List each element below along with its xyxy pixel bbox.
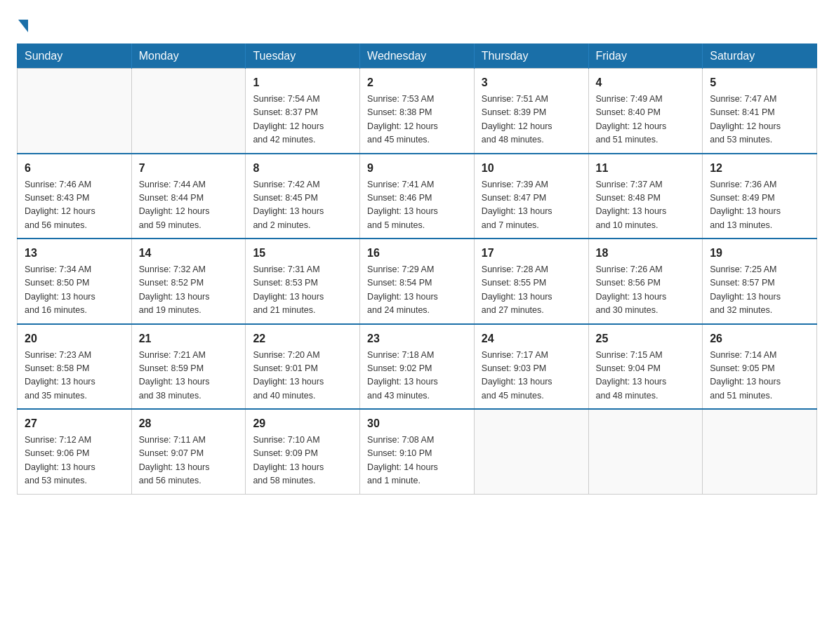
day-number: 8	[253, 160, 352, 177]
day-number: 21	[139, 330, 239, 347]
calendar-cell: 11Sunrise: 7:37 AM Sunset: 8:48 PM Dayli…	[588, 154, 703, 239]
calendar-week-row: 20Sunrise: 7:23 AM Sunset: 8:58 PM Dayli…	[18, 324, 817, 410]
day-info: Sunrise: 7:54 AM Sunset: 8:37 PM Dayligh…	[253, 93, 352, 147]
day-info: Sunrise: 7:34 AM Sunset: 8:50 PM Dayligh…	[25, 263, 124, 318]
calendar-cell	[474, 409, 588, 494]
day-number: 7	[139, 160, 239, 177]
day-number: 5	[710, 74, 809, 91]
day-info: Sunrise: 7:26 AM Sunset: 8:56 PM Dayligh…	[596, 263, 696, 318]
calendar-cell: 18Sunrise: 7:26 AM Sunset: 8:56 PM Dayli…	[588, 239, 703, 324]
day-number: 29	[253, 415, 352, 432]
day-number: 1	[253, 74, 352, 91]
day-number: 3	[482, 74, 581, 91]
day-info: Sunrise: 7:53 AM Sunset: 8:38 PM Dayligh…	[367, 93, 467, 147]
day-number: 22	[253, 330, 352, 347]
day-number: 4	[596, 74, 696, 91]
calendar-cell	[588, 409, 703, 494]
weekday-header-tuesday: Tuesday	[246, 44, 360, 69]
day-info: Sunrise: 7:31 AM Sunset: 8:53 PM Dayligh…	[253, 263, 352, 318]
day-info: Sunrise: 7:28 AM Sunset: 8:55 PM Dayligh…	[482, 263, 581, 318]
day-number: 24	[482, 330, 581, 347]
calendar-cell: 1Sunrise: 7:54 AM Sunset: 8:37 PM Daylig…	[246, 69, 360, 154]
calendar-cell: 12Sunrise: 7:36 AM Sunset: 8:49 PM Dayli…	[703, 154, 817, 239]
weekday-header-friday: Friday	[588, 44, 703, 69]
day-number: 15	[253, 245, 352, 262]
day-number: 25	[596, 330, 696, 347]
day-number: 30	[367, 415, 467, 432]
calendar-cell: 4Sunrise: 7:49 AM Sunset: 8:40 PM Daylig…	[588, 69, 703, 154]
day-info: Sunrise: 7:10 AM Sunset: 9:09 PM Dayligh…	[253, 434, 352, 488]
calendar-cell: 27Sunrise: 7:12 AM Sunset: 9:06 PM Dayli…	[18, 409, 132, 494]
day-info: Sunrise: 7:41 AM Sunset: 8:46 PM Dayligh…	[367, 178, 467, 233]
calendar-week-row: 1Sunrise: 7:54 AM Sunset: 8:37 PM Daylig…	[18, 69, 817, 154]
day-info: Sunrise: 7:49 AM Sunset: 8:40 PM Dayligh…	[596, 93, 696, 147]
calendar-cell: 6Sunrise: 7:46 AM Sunset: 8:43 PM Daylig…	[18, 154, 132, 239]
day-info: Sunrise: 7:29 AM Sunset: 8:54 PM Dayligh…	[367, 263, 467, 318]
calendar-cell: 8Sunrise: 7:42 AM Sunset: 8:45 PM Daylig…	[246, 154, 360, 239]
calendar-cell: 26Sunrise: 7:14 AM Sunset: 9:05 PM Dayli…	[703, 324, 817, 410]
day-number: 17	[482, 245, 581, 262]
page-header	[17, 17, 817, 32]
calendar-cell: 13Sunrise: 7:34 AM Sunset: 8:50 PM Dayli…	[18, 239, 132, 324]
day-info: Sunrise: 7:51 AM Sunset: 8:39 PM Dayligh…	[482, 93, 581, 147]
weekday-header-saturday: Saturday	[703, 44, 817, 69]
day-number: 14	[139, 245, 239, 262]
calendar-table: SundayMondayTuesdayWednesdayThursdayFrid…	[17, 43, 817, 495]
day-info: Sunrise: 7:36 AM Sunset: 8:49 PM Dayligh…	[710, 178, 809, 233]
day-info: Sunrise: 7:11 AM Sunset: 9:07 PM Dayligh…	[139, 434, 239, 488]
weekday-header-sunday: Sunday	[18, 44, 132, 69]
day-info: Sunrise: 7:32 AM Sunset: 8:52 PM Dayligh…	[139, 263, 239, 318]
day-info: Sunrise: 7:08 AM Sunset: 9:10 PM Dayligh…	[367, 434, 467, 488]
calendar-cell: 14Sunrise: 7:32 AM Sunset: 8:52 PM Dayli…	[131, 239, 246, 324]
day-number: 9	[367, 160, 467, 177]
calendar-cell	[18, 69, 132, 154]
weekday-header-thursday: Thursday	[474, 44, 588, 69]
calendar-cell: 10Sunrise: 7:39 AM Sunset: 8:47 PM Dayli…	[474, 154, 588, 239]
day-number: 11	[596, 160, 696, 177]
calendar-cell: 24Sunrise: 7:17 AM Sunset: 9:03 PM Dayli…	[474, 324, 588, 410]
day-number: 26	[710, 330, 809, 347]
calendar-week-row: 13Sunrise: 7:34 AM Sunset: 8:50 PM Dayli…	[18, 239, 817, 324]
day-info: Sunrise: 7:23 AM Sunset: 8:58 PM Dayligh…	[25, 349, 124, 403]
day-number: 12	[710, 160, 809, 177]
weekday-header-monday: Monday	[131, 44, 246, 69]
calendar-cell: 19Sunrise: 7:25 AM Sunset: 8:57 PM Dayli…	[703, 239, 817, 324]
calendar-cell: 20Sunrise: 7:23 AM Sunset: 8:58 PM Dayli…	[18, 324, 132, 410]
day-info: Sunrise: 7:47 AM Sunset: 8:41 PM Dayligh…	[710, 93, 809, 147]
calendar-cell	[131, 69, 246, 154]
calendar-cell: 17Sunrise: 7:28 AM Sunset: 8:55 PM Dayli…	[474, 239, 588, 324]
calendar-cell: 25Sunrise: 7:15 AM Sunset: 9:04 PM Dayli…	[588, 324, 703, 410]
calendar-week-row: 27Sunrise: 7:12 AM Sunset: 9:06 PM Dayli…	[18, 409, 817, 494]
calendar-cell: 23Sunrise: 7:18 AM Sunset: 9:02 PM Dayli…	[360, 324, 475, 410]
calendar-cell: 28Sunrise: 7:11 AM Sunset: 9:07 PM Dayli…	[131, 409, 246, 494]
day-info: Sunrise: 7:12 AM Sunset: 9:06 PM Dayligh…	[25, 434, 124, 488]
day-number: 27	[25, 415, 124, 432]
calendar-header-row: SundayMondayTuesdayWednesdayThursdayFrid…	[18, 44, 817, 69]
day-number: 20	[25, 330, 124, 347]
calendar-cell: 9Sunrise: 7:41 AM Sunset: 8:46 PM Daylig…	[360, 154, 475, 239]
calendar-cell: 16Sunrise: 7:29 AM Sunset: 8:54 PM Dayli…	[360, 239, 475, 324]
calendar-cell: 2Sunrise: 7:53 AM Sunset: 8:38 PM Daylig…	[360, 69, 475, 154]
day-info: Sunrise: 7:44 AM Sunset: 8:44 PM Dayligh…	[139, 178, 239, 233]
day-number: 28	[139, 415, 239, 432]
logo	[17, 17, 28, 32]
calendar-cell: 30Sunrise: 7:08 AM Sunset: 9:10 PM Dayli…	[360, 409, 475, 494]
calendar-cell	[703, 409, 817, 494]
day-info: Sunrise: 7:42 AM Sunset: 8:45 PM Dayligh…	[253, 178, 352, 233]
day-number: 16	[367, 245, 467, 262]
calendar-cell: 22Sunrise: 7:20 AM Sunset: 9:01 PM Dayli…	[246, 324, 360, 410]
calendar-cell: 7Sunrise: 7:44 AM Sunset: 8:44 PM Daylig…	[131, 154, 246, 239]
day-number: 23	[367, 330, 467, 347]
day-info: Sunrise: 7:46 AM Sunset: 8:43 PM Dayligh…	[25, 178, 124, 233]
day-info: Sunrise: 7:25 AM Sunset: 8:57 PM Dayligh…	[710, 263, 809, 318]
calendar-cell: 3Sunrise: 7:51 AM Sunset: 8:39 PM Daylig…	[474, 69, 588, 154]
calendar-cell: 5Sunrise: 7:47 AM Sunset: 8:41 PM Daylig…	[703, 69, 817, 154]
day-info: Sunrise: 7:21 AM Sunset: 8:59 PM Dayligh…	[139, 349, 239, 403]
calendar-week-row: 6Sunrise: 7:46 AM Sunset: 8:43 PM Daylig…	[18, 154, 817, 239]
day-number: 6	[25, 160, 124, 177]
calendar-cell: 29Sunrise: 7:10 AM Sunset: 9:09 PM Dayli…	[246, 409, 360, 494]
day-number: 18	[596, 245, 696, 262]
calendar-cell: 15Sunrise: 7:31 AM Sunset: 8:53 PM Dayli…	[246, 239, 360, 324]
day-number: 10	[482, 160, 581, 177]
day-info: Sunrise: 7:17 AM Sunset: 9:03 PM Dayligh…	[482, 349, 581, 403]
